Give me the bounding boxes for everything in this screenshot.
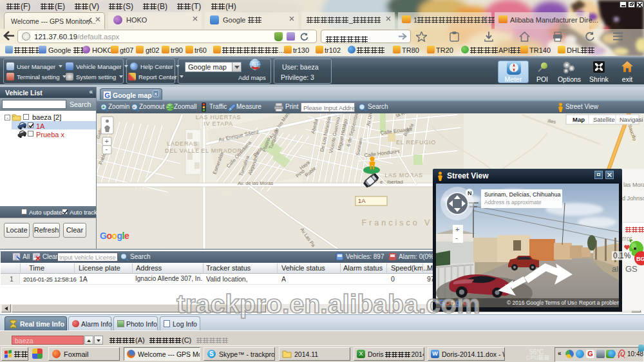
svg-text:Map: Map [573, 116, 585, 123]
svg-text:Av. de las Moras: Av. de las Moras [238, 180, 273, 186]
svg-text:LAS HUERTAS: LAS HUERTAS [196, 114, 242, 120]
svg-text:Surinam, Delicias, Chihuahua: Surinam, Delicias, Chihuahua [484, 191, 561, 198]
svg-text:Address is approximate: Address is approximate [484, 199, 542, 205]
svg-text:DEL VALLE: DEL VALLE [165, 148, 200, 154]
svg-text:-: - [133, 104, 135, 110]
svg-text:+: + [105, 137, 109, 145]
svg-text:BG: BG [636, 256, 644, 262]
svg-text:-: - [106, 145, 108, 153]
svg-text:-: - [455, 234, 458, 242]
svg-text:+: + [102, 104, 105, 110]
svg-text:LAS MORAS: LAS MORAS [384, 172, 423, 178]
svg-text:Google: Google [100, 231, 129, 241]
svg-text:IV ETAPA: IV ETAPA [204, 120, 233, 127]
svg-text:Satellite: Satellite [593, 116, 615, 123]
svg-text:1A: 1A [358, 197, 366, 204]
svg-text:EL REFUGIO: EL REFUGIO [396, 139, 436, 146]
svg-text:N: N [468, 190, 472, 196]
svg-text:+: + [455, 225, 459, 233]
svg-text:LADERAS: LADERAS [167, 140, 198, 147]
svg-text:Navigasi: Navigasi [620, 116, 643, 123]
svg-text:illes: illes [547, 118, 556, 125]
